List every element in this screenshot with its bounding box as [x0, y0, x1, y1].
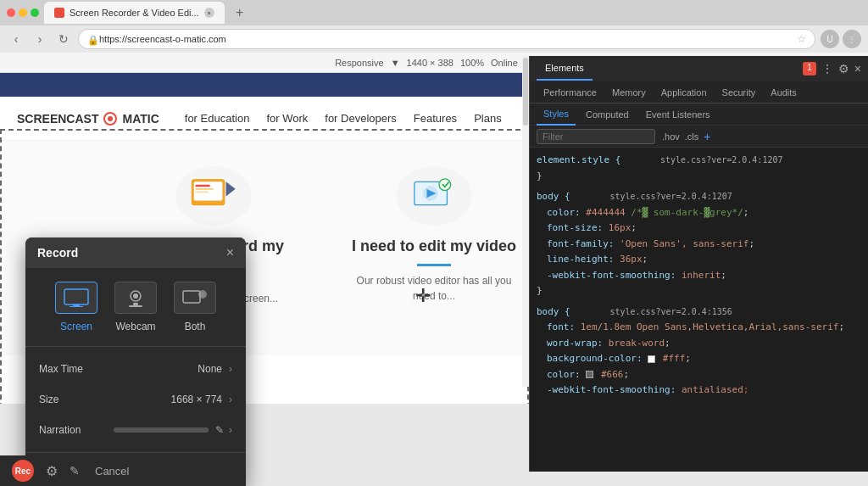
- tab-favicon: [54, 8, 64, 18]
- record-illustration: [188, 175, 239, 217]
- responsive-label[interactable]: Responsive: [335, 58, 383, 68]
- devtools-filter-input[interactable]: [537, 129, 655, 144]
- cls-button[interactable]: .cls: [685, 131, 699, 142]
- devtools-subtab-application[interactable]: Application: [654, 81, 714, 103]
- dimensions-display: 1440 × 388: [407, 58, 453, 68]
- rec-button[interactable]: Rec: [12, 460, 34, 482]
- online-status: Online: [491, 58, 518, 68]
- modal-header: Record ×: [25, 237, 246, 268]
- bookmark-icon[interactable]: ☆: [797, 33, 806, 45]
- cancel-button[interactable]: Cancel: [95, 465, 129, 478]
- matic-logo-text: MATIC: [122, 112, 159, 126]
- svg-rect-4: [196, 191, 209, 193]
- add-style-button[interactable]: +: [704, 130, 710, 143]
- maximize-dot[interactable]: [31, 8, 39, 17]
- modal-option-screen[interactable]: Screen: [55, 282, 97, 332]
- element-style-selector: element.style { style.css?ver=2.0.4:1207: [537, 153, 861, 169]
- max-time-value: None: [198, 363, 222, 375]
- lock-icon: 🔒: [87, 35, 96, 43]
- styles-tab-computed[interactable]: Computed: [579, 103, 636, 126]
- narration-arrow[interactable]: ›: [229, 424, 232, 436]
- styles-tabs-row: Styles Computed Event Listeners: [530, 103, 868, 126]
- screen-icon-svg: [63, 288, 90, 308]
- site-logo[interactable]: SCREENCAST MATIC: [17, 112, 159, 126]
- new-tab-button[interactable]: +: [230, 3, 250, 23]
- bottom-gear-icon[interactable]: ⚙: [46, 463, 58, 479]
- modal-title: Record: [37, 246, 226, 260]
- refresh-button[interactable]: ↻: [54, 30, 73, 48]
- devtools-subtab-memory[interactable]: Memory: [605, 81, 653, 103]
- body-lineheight-line: line-height: 36px;: [537, 252, 861, 268]
- svg-rect-26: [70, 306, 83, 307]
- narration-row: Narration ✎ ›: [39, 415, 232, 445]
- screen-option-icon: [55, 282, 97, 314]
- max-time-row: Max Time None ›: [39, 354, 232, 384]
- devtools-subtab-security[interactable]: Security: [715, 81, 763, 103]
- modal-option-both[interactable]: Both: [174, 282, 216, 332]
- bottom-edit-icon[interactable]: ✎: [70, 464, 80, 478]
- back-button[interactable]: ‹: [7, 30, 25, 48]
- both-icon-svg: [181, 288, 209, 308]
- devtools-filter-row: .hov .cls +: [530, 126, 868, 148]
- size-label: Size: [39, 394, 171, 405]
- extensions-button[interactable]: ⋮: [843, 30, 861, 48]
- narration-edit-button[interactable]: ✎: [215, 424, 224, 436]
- nav-work[interactable]: for Work: [266, 112, 308, 125]
- devtools-settings-button[interactable]: ⚙: [838, 62, 849, 75]
- webpage-scrollbar[interactable]: [522, 56, 529, 387]
- body-fontsize-line: font-size: 16px;: [537, 221, 861, 237]
- nav-developers[interactable]: for Developers: [325, 112, 397, 125]
- browser-tab[interactable]: Screen Recorder & Video Edi... ×: [44, 2, 225, 24]
- devtools-subtab-audits[interactable]: Audits: [764, 81, 804, 103]
- devtools-tab-elements[interactable]: Elements: [537, 57, 593, 81]
- logo-dot: [108, 116, 113, 121]
- color-swatch: [586, 371, 593, 378]
- svg-rect-30: [129, 305, 142, 307]
- move-cursor-icon: ✛: [415, 285, 431, 307]
- modal-settings: Max Time None › Size 1668 × 774 › Narrat…: [25, 346, 246, 452]
- max-time-arrow[interactable]: ›: [229, 363, 232, 375]
- svg-point-9: [439, 179, 451, 191]
- address-bar-row: ‹ › ↻ 🔒 https://screencast-o-matic.com ☆…: [0, 25, 868, 53]
- svg-point-28: [133, 293, 138, 299]
- svg-rect-3: [196, 188, 214, 190]
- styles-tab-styles[interactable]: Styles: [537, 103, 576, 126]
- max-time-label: Max Time: [39, 363, 198, 375]
- devtools-subtab-performance[interactable]: Performance: [537, 81, 604, 103]
- svg-marker-5: [226, 182, 236, 196]
- tab-title: Screen Recorder & Video Edi...: [70, 8, 199, 18]
- hero-card-edit[interactable]: I need to edit my video Our robust video…: [349, 166, 519, 321]
- devtools-error-badge: 1: [803, 62, 816, 75]
- devtools-panel: Elements 1 ⋮ ⚙ × Performance Memory Appl…: [529, 56, 868, 472]
- devtools-close-button[interactable]: ×: [854, 62, 861, 75]
- svg-rect-2: [196, 185, 210, 187]
- address-bar[interactable]: 🔒 https://screencast-o-matic.com ☆: [78, 29, 815, 49]
- body2-wordwrap-line: word-wrap: break-word;: [537, 336, 861, 352]
- nav-features[interactable]: Features: [414, 112, 457, 125]
- scroll-thumb[interactable]: [523, 58, 528, 126]
- svg-rect-25: [73, 304, 80, 306]
- size-arrow[interactable]: ›: [229, 394, 232, 405]
- user-avatar[interactable]: U: [821, 30, 839, 48]
- body-smoothing-line: -webkit-font-smoothing: inherit;: [537, 268, 861, 284]
- screencast-logo-text: SCREENCAST: [17, 112, 98, 126]
- nav-education[interactable]: for Education: [185, 112, 250, 125]
- body-rule-close: }: [537, 283, 861, 299]
- hero-underline-edit: [417, 264, 451, 266]
- screen-option-label: Screen: [60, 321, 92, 332]
- modal-close-button[interactable]: ×: [226, 245, 234, 260]
- forward-button[interactable]: ›: [31, 30, 49, 48]
- tab-close-button[interactable]: ×: [204, 8, 214, 18]
- devtools-code-area: element.style { style.css?ver=2.0.4:1207…: [530, 148, 868, 472]
- minimize-dot[interactable]: [19, 8, 27, 17]
- window-controls: [7, 8, 39, 17]
- svg-rect-31: [183, 291, 200, 303]
- styles-tab-event-listeners[interactable]: Event Listeners: [639, 103, 717, 126]
- modal-option-webcam[interactable]: Webcam: [114, 282, 157, 332]
- hov-button[interactable]: .hov: [662, 131, 680, 142]
- devtools-menu-button[interactable]: ⋮: [821, 62, 833, 75]
- nav-plans[interactable]: Plans: [474, 112, 502, 125]
- size-row: Size 1668 × 774 ›: [39, 384, 232, 415]
- size-value: 1668 × 774: [171, 394, 222, 405]
- close-dot[interactable]: [7, 8, 15, 17]
